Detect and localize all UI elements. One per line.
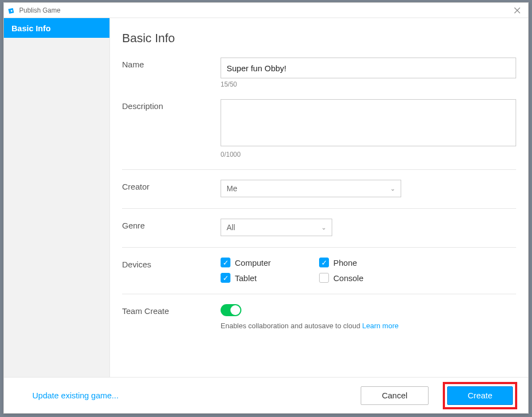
genre-value: All (227, 223, 235, 232)
page-heading: Basic Info (122, 31, 516, 45)
name-label: Name (122, 58, 221, 88)
cancel-button[interactable]: Cancel (361, 386, 429, 405)
publish-game-dialog: Publish Game Basic Info Basic Info Name … (3, 2, 529, 414)
genre-label: Genre (122, 219, 221, 236)
device-label: Phone (333, 258, 357, 267)
checkbox-icon: ✓ (221, 258, 230, 267)
creator-value: Me (227, 184, 237, 193)
create-button-highlight: Create (443, 382, 517, 409)
update-existing-link[interactable]: Update existing game... (32, 391, 119, 400)
close-icon (514, 7, 521, 14)
checkbox-icon: ✓ (221, 273, 230, 283)
device-label: Computer (235, 258, 271, 267)
description-input[interactable] (221, 99, 516, 146)
sidebar-item-basic-info[interactable]: Basic Info (4, 18, 109, 38)
description-counter: 0/1000 (221, 151, 516, 158)
device-console-checkbox[interactable]: Console (319, 273, 418, 283)
chevron-down-icon: ⌄ (390, 185, 395, 192)
checkbox-icon: ✓ (319, 258, 329, 267)
titlebar: Publish Game (4, 3, 528, 18)
sidebar: Basic Info (4, 18, 110, 377)
device-phone-checkbox[interactable]: ✓ Phone (319, 258, 418, 267)
creator-select[interactable]: Me ⌄ (221, 180, 401, 197)
name-counter: 15/50 (221, 81, 516, 88)
team-create-label: Team Create (122, 304, 221, 330)
close-button[interactable] (511, 4, 524, 17)
footer: Update existing game... Cancel Create (4, 377, 528, 413)
creator-label: Creator (122, 180, 221, 197)
checkbox-icon (319, 273, 329, 283)
genre-select[interactable]: All ⌄ (221, 219, 332, 236)
window-title: Publish Game (19, 7, 60, 14)
toggle-knob (230, 305, 240, 315)
device-label: Tablet (235, 273, 257, 283)
roblox-studio-icon (8, 7, 16, 14)
main-panel: Basic Info Name 15/50 Description 0/1000… (110, 18, 528, 377)
description-label: Description (122, 99, 221, 158)
device-label: Console (333, 273, 363, 283)
chevron-down-icon: ⌄ (321, 224, 326, 231)
learn-more-link[interactable]: Learn more (362, 322, 398, 330)
svg-rect-3 (11, 10, 13, 12)
dialog-content: Basic Info Basic Info Name 15/50 Descrip… (4, 18, 528, 377)
device-tablet-checkbox[interactable]: ✓ Tablet (221, 273, 319, 283)
create-button[interactable]: Create (447, 386, 513, 405)
team-create-toggle[interactable] (221, 304, 241, 316)
devices-label: Devices (122, 258, 221, 283)
team-create-hint: Enables collaboration and autosave to cl… (221, 322, 516, 330)
device-computer-checkbox[interactable]: ✓ Computer (221, 258, 319, 267)
sidebar-item-label: Basic Info (11, 24, 51, 33)
name-input[interactable] (221, 58, 516, 78)
